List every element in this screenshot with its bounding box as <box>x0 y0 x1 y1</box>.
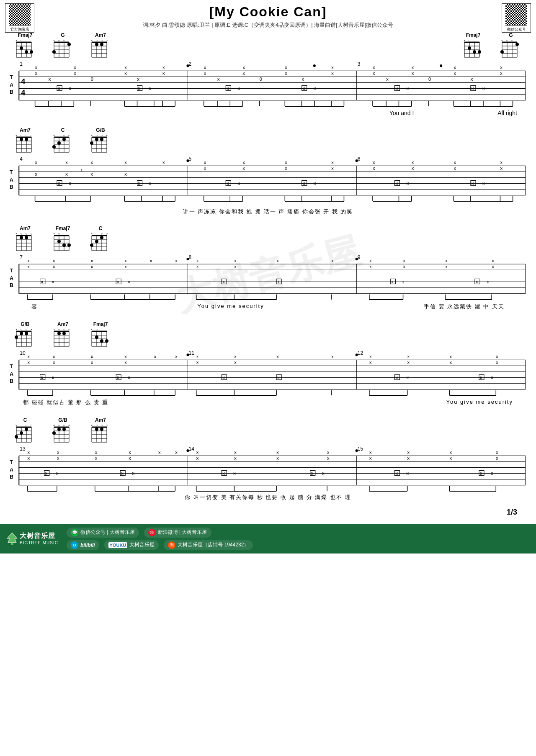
svg-text:x: x <box>492 264 494 269</box>
svg-text:x: x <box>58 181 60 186</box>
svg-point-206 <box>57 141 61 145</box>
wechat-icon: 💬 <box>71 529 78 536</box>
svg-point-54 <box>468 46 471 50</box>
weibo-icon: 𝕎 <box>148 529 156 536</box>
svg-point-224 <box>100 138 103 141</box>
svg-text:x: x <box>57 450 59 455</box>
footer-bilibili-label: bilibili <box>80 542 95 548</box>
svg-point-11 <box>20 46 23 50</box>
svg-text:11: 11 <box>189 350 195 356</box>
svg-text:x: x <box>138 181 141 186</box>
section-1: Fmaj7 × ○ <box>6 30 530 117</box>
svg-text:x: x <box>233 471 236 476</box>
svg-text:x: x <box>285 160 287 165</box>
svg-text:x: x <box>69 86 71 91</box>
svg-text:1: 1 <box>20 61 23 67</box>
svg-text:x: x <box>322 471 325 476</box>
svg-text:x: x <box>234 264 237 269</box>
svg-text:x: x <box>162 71 165 76</box>
svg-text:x: x <box>445 258 448 263</box>
chord-fmaj7-4: Fmaj7 × ○ <box>90 321 111 347</box>
svg-point-12 <box>25 50 28 54</box>
tab-staff-4: T A B 10 11 12 x x x x x x x x x x x x <box>6 347 530 398</box>
svg-text:x: x <box>129 450 131 455</box>
svg-point-479 <box>105 339 108 343</box>
svg-text:x: x <box>65 160 68 165</box>
svg-point-176 <box>186 64 189 67</box>
svg-point-341 <box>62 243 66 247</box>
svg-text:x: x <box>35 172 38 177</box>
tab-staff-2: T A B 4 5 6 x x x x x ↑ x x x x x x <box>6 153 530 208</box>
svg-text:x: x <box>56 471 59 476</box>
svg-text:x: x <box>27 360 30 365</box>
svg-point-433 <box>186 258 189 260</box>
section-4: G/B × ○ ○ × <box>6 319 530 407</box>
svg-text:T: T <box>10 169 13 175</box>
svg-text:x: x <box>35 65 38 70</box>
svg-text:x: x <box>331 354 334 359</box>
svg-text:x: x <box>243 65 245 70</box>
svg-marker-684 <box>7 533 17 543</box>
svg-point-585 <box>52 431 56 435</box>
svg-text:x: x <box>175 354 178 359</box>
svg-point-555 <box>186 354 189 356</box>
svg-point-356 <box>90 243 93 247</box>
svg-point-449 <box>20 332 23 335</box>
qr-code-left: 官方淘宝店 <box>5 3 34 33</box>
svg-text:A: A <box>10 275 13 281</box>
svg-text:x: x <box>472 181 474 186</box>
svg-text:x: x <box>95 456 98 461</box>
svg-point-587 <box>62 428 66 431</box>
svg-point-683 <box>356 449 358 452</box>
svg-text:0: 0 <box>91 77 93 82</box>
svg-text:14: 14 <box>189 446 195 452</box>
svg-text:x: x <box>407 471 409 476</box>
page-title: [My Cookie Can] <box>8 4 528 20</box>
svg-text:T: T <box>10 459 13 465</box>
svg-point-357 <box>100 236 103 239</box>
svg-text:x: x <box>162 65 165 70</box>
svg-text:x: x <box>41 279 44 284</box>
chord-c-2: C × ○ ○ <box>90 226 111 251</box>
svg-point-56 <box>478 50 481 54</box>
svg-text:x: x <box>49 77 51 82</box>
lyrics-4: 都 碰碰 就似古 董 那 么 贵 重 You give me security <box>6 398 530 407</box>
svg-text:x: x <box>407 354 410 359</box>
svg-text:x: x <box>407 360 410 365</box>
svg-text:x: x <box>277 279 280 284</box>
footer-youku-label: 大树音乐屋 <box>129 541 155 548</box>
svg-text:T: T <box>10 74 13 80</box>
svg-text:x: x <box>91 360 93 365</box>
svg-text:x: x <box>175 258 178 263</box>
svg-text:x: x <box>35 160 38 165</box>
svg-text:x: x <box>327 450 330 455</box>
svg-text:A: A <box>10 466 13 472</box>
svg-text:x: x <box>454 65 456 70</box>
svg-text:6: 6 <box>358 156 361 162</box>
svg-text:x: x <box>53 354 55 359</box>
svg-text:x: x <box>91 264 93 269</box>
youku-icon: YOUKU <box>108 542 128 548</box>
svg-text:x: x <box>373 160 375 165</box>
svg-text:x: x <box>369 360 372 365</box>
svg-text:x: x <box>234 354 237 359</box>
svg-text:x: x <box>128 279 130 284</box>
svg-text:15: 15 <box>358 446 363 452</box>
svg-point-601 <box>95 428 98 431</box>
svg-text:x: x <box>121 471 124 476</box>
svg-text:x: x <box>204 166 206 171</box>
svg-text:x: x <box>449 456 452 461</box>
svg-text:x: x <box>138 86 141 91</box>
svg-point-328 <box>25 236 28 239</box>
svg-text:x: x <box>491 471 493 476</box>
footer-weibo-label: 新浪微博 | 大树音乐屋 <box>158 529 207 536</box>
svg-text:x: x <box>243 71 245 76</box>
svg-point-312 <box>186 159 189 162</box>
chord-am7-1: Am7 × ○ ○ ○ <box>90 32 111 58</box>
svg-text:x: x <box>222 375 225 380</box>
svg-text:x: x <box>369 456 372 461</box>
chord-am7-3: Am7 × ○ ○ ○ <box>15 226 36 251</box>
chord-fmaj7-3: Fmaj7 × ○ <box>52 226 73 251</box>
chord-c-1: C × ○ ○ <box>52 127 73 153</box>
svg-text:x: x <box>149 181 152 186</box>
